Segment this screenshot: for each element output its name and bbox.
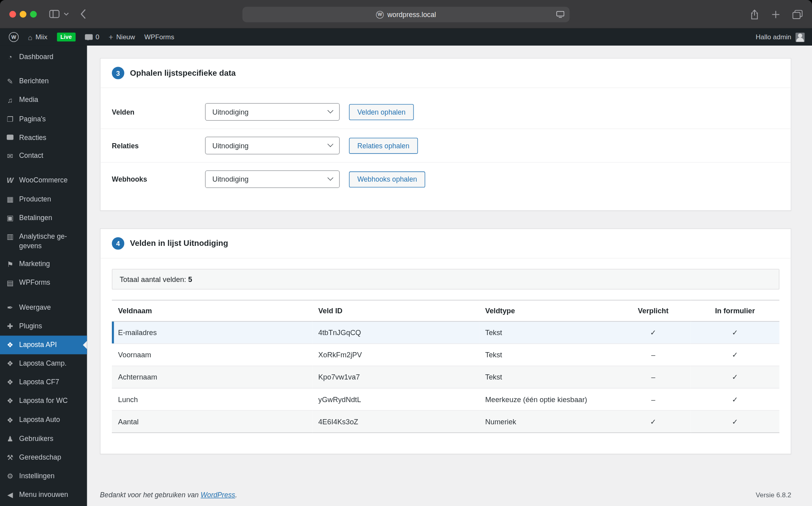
sidebar-item-label: Instellingen bbox=[19, 472, 54, 481]
col-veld-id: Veld ID bbox=[312, 300, 479, 322]
cell-verplicht: ✓ bbox=[616, 410, 691, 433]
posts-icon: ✎ bbox=[6, 77, 14, 86]
wp-logo-menu[interactable]: W bbox=[4, 29, 23, 46]
share-icon[interactable] bbox=[750, 9, 759, 19]
chevron-down-icon bbox=[327, 107, 333, 113]
sidebar-item-laposta-cf7[interactable]: ❖ Laposta CF7 bbox=[0, 373, 87, 392]
sidebar-item-paginas[interactable]: ❐ Pagina's bbox=[0, 109, 87, 128]
sidebar-item-contact[interactable]: ✉ Contact bbox=[0, 147, 87, 165]
sidebar-item-gebruikers[interactable]: ♟ Gebruikers bbox=[0, 429, 87, 448]
velden-ophalen-button[interactable]: Velden ophalen bbox=[349, 104, 414, 120]
display-icon[interactable] bbox=[556, 11, 565, 19]
settings-icon: ⚙ bbox=[6, 472, 14, 481]
menu-separator bbox=[0, 292, 87, 298]
users-icon: ♟ bbox=[6, 434, 14, 443]
pages-icon: ❐ bbox=[6, 114, 14, 124]
sidebar-item-marketing[interactable]: ⚑ Marketing bbox=[0, 255, 87, 274]
close-window-button[interactable] bbox=[10, 11, 16, 17]
new-tab-icon[interactable] bbox=[772, 10, 780, 18]
account-menu[interactable]: Hallo admin bbox=[756, 33, 808, 42]
sidebar-item-label: Plugins bbox=[19, 322, 42, 331]
url-text: wordpress.local bbox=[387, 11, 436, 19]
table-row: Aantal 4E6I4Ks3oZ Numeriek ✓ ✓ bbox=[112, 410, 779, 433]
media-icon: ♫ bbox=[6, 96, 14, 105]
sidebar-item-label: WPForms bbox=[19, 278, 50, 288]
back-button[interactable] bbox=[80, 10, 86, 19]
laposta-icon: ❖ bbox=[6, 378, 14, 387]
chevron-down-icon[interactable] bbox=[64, 12, 69, 15]
velden-row: Velden Uitnodiging Velden ophalen bbox=[100, 95, 791, 128]
wp-admin-sidebar: ◔ Dashboard ✎ Berichten ♫ Media ❐ Pagina… bbox=[0, 46, 87, 506]
new-label: Nieuw bbox=[116, 33, 135, 41]
relaties-select[interactable]: Uitnodiging bbox=[205, 137, 340, 154]
zoom-window-button[interactable] bbox=[30, 11, 37, 17]
appearance-icon: ✒ bbox=[6, 303, 14, 312]
total-fields-box: Totaal aantal velden: 5 bbox=[112, 269, 779, 289]
sidebar-item-wpforms[interactable]: ▤ WPForms bbox=[0, 274, 87, 292]
tools-icon: ⚒ bbox=[6, 453, 14, 462]
wordpress-logo-icon: W bbox=[9, 32, 19, 42]
fields-table: Veldnaam Veld ID Veldtype Verplicht In f… bbox=[112, 300, 779, 433]
sidebar-item-media[interactable]: ♫ Media bbox=[0, 91, 87, 109]
sidebar-toggle-icon[interactable] bbox=[49, 10, 59, 18]
sidebar-item-producten[interactable]: ▦ Producten bbox=[0, 190, 87, 209]
comment-bubble-icon bbox=[85, 34, 93, 40]
relaties-label: Relaties bbox=[112, 142, 205, 150]
sidebar-item-label: Pagina's bbox=[19, 114, 46, 123]
browser-toolbar: W wordpress.local bbox=[0, 0, 812, 29]
sidebar-item-berichten[interactable]: ✎ Berichten bbox=[0, 72, 87, 91]
window-controls bbox=[10, 11, 37, 17]
address-bar[interactable]: W wordpress.local bbox=[242, 7, 569, 22]
new-content-menu[interactable]: + Nieuw bbox=[104, 29, 140, 46]
cell-veldnaam: Voornaam bbox=[112, 344, 312, 366]
payments-icon: ▣ bbox=[6, 213, 14, 223]
laposta-icon: ❖ bbox=[6, 415, 14, 425]
sidebar-item-woocommerce[interactable]: W WooCommerce bbox=[0, 171, 87, 190]
sidebar-item-instellingen[interactable]: ⚙ Instellingen bbox=[0, 467, 87, 485]
site-name-menu[interactable]: ⌂ Miix bbox=[23, 29, 52, 46]
tab-overview-icon[interactable] bbox=[792, 10, 802, 19]
sidebar-item-dashboard[interactable]: ◔ Dashboard bbox=[0, 48, 87, 66]
minimize-window-button[interactable] bbox=[20, 11, 27, 17]
total-fields-label: Totaal aantal velden: bbox=[120, 275, 186, 284]
menu-separator bbox=[0, 165, 87, 171]
select-value: Uitnodiging bbox=[213, 142, 249, 150]
collapse-menu-button[interactable]: ◀ Menu invouwen bbox=[0, 485, 87, 504]
velden-select[interactable]: Uitnodiging bbox=[205, 103, 340, 121]
comments-menu[interactable]: 0 bbox=[80, 29, 104, 46]
total-fields-value: 5 bbox=[188, 275, 192, 284]
sidebar-item-reacties[interactable]: Reacties bbox=[0, 128, 87, 147]
live-badge[interactable]: Live bbox=[52, 29, 80, 46]
relaties-row: Relaties Uitnodiging Relaties ophalen bbox=[100, 128, 791, 162]
relaties-ophalen-button[interactable]: Relaties ophalen bbox=[349, 138, 417, 153]
wpforms-menu[interactable]: WPForms bbox=[140, 29, 179, 46]
sidebar-item-analytische-gegevens[interactable]: ▥ Analytische ge-gevens bbox=[0, 227, 87, 255]
plugins-icon: ✚ bbox=[6, 322, 14, 331]
cell-veldnaam: Achternaam bbox=[112, 366, 312, 388]
contact-icon: ✉ bbox=[6, 151, 14, 161]
wordpress-link[interactable]: WordPress bbox=[201, 491, 235, 499]
sidebar-item-label: Laposta for WC bbox=[19, 397, 68, 406]
step3-card: 3 Ophalen lijstspecifieke data Velden Ui… bbox=[100, 58, 791, 211]
sidebar-item-plugins[interactable]: ✚ Plugins bbox=[0, 317, 87, 335]
webhooks-ophalen-button[interactable]: Webhooks ophalen bbox=[349, 171, 425, 187]
sidebar-item-laposta-for-wc[interactable]: ❖ Laposta for WC bbox=[0, 392, 87, 410]
browser-actions bbox=[750, 0, 802, 29]
sidebar-item-laposta-camp[interactable]: ❖ Laposta Camp. bbox=[0, 354, 87, 373]
table-row: E-mailadres 4tbTnJGqCQ Tekst ✓ ✓ bbox=[112, 321, 779, 343]
menu-separator bbox=[0, 66, 87, 72]
sidebar-item-laposta-api[interactable]: ❖ Laposta API bbox=[0, 335, 87, 354]
cell-in-formulier: ✓ bbox=[691, 388, 779, 410]
webhooks-select[interactable]: Uitnodiging bbox=[205, 171, 340, 188]
sidebar-item-label: Dashboard bbox=[19, 52, 53, 61]
cell-veld-id: 4E6I4Ks3oZ bbox=[312, 410, 479, 433]
sidebar-item-gereedschap[interactable]: ⚒ Gereedschap bbox=[0, 448, 87, 467]
sidebar-item-weergave[interactable]: ✒ Weergave bbox=[0, 298, 87, 317]
sidebar-item-label: Menu invouwen bbox=[19, 490, 68, 499]
cell-veldnaam: Lunch bbox=[112, 388, 312, 410]
sidebar-item-laposta-auto[interactable]: ❖ Laposta Auto bbox=[0, 410, 87, 429]
col-verplicht: Verplicht bbox=[616, 300, 691, 322]
sidebar-item-betalingen[interactable]: ▣ Betalingen bbox=[0, 209, 87, 227]
sidebar-item-label: Contact bbox=[19, 151, 43, 161]
footer-thanks-text: Bedankt voor het gebruiken van bbox=[100, 491, 201, 499]
